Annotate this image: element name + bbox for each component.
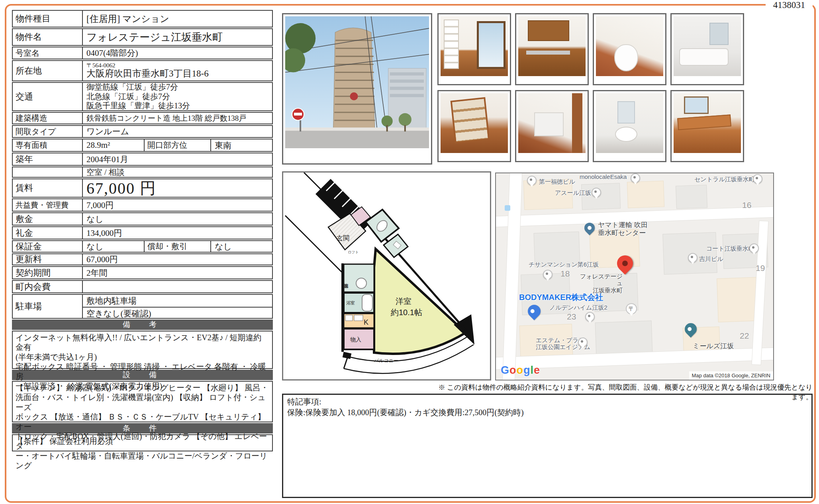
- map-pin: [543, 270, 553, 279]
- bathroom-mirror: [709, 23, 729, 45]
- google-letter: G: [501, 364, 509, 376]
- google-logo: Google: [501, 364, 540, 377]
- status-label: [13, 167, 83, 177]
- access-value: 御堂筋線「江坂」徒歩7分 北急線「江坂」徒歩7分 阪急千里線「豊津」徒歩13分: [83, 83, 272, 110]
- map-pin-post-office: 〒: [626, 303, 637, 314]
- loft-room-photo: [441, 16, 508, 76]
- guarantee-value: なし: [83, 241, 145, 252]
- map-pin: [631, 173, 640, 183]
- desk-room-photo: [674, 93, 741, 153]
- contract-term-value: 2年間: [83, 267, 272, 278]
- row-guarantee: 保証金 なし 償却・敷引 なし: [12, 240, 273, 253]
- thumbnail-photo-shoe-cabinet: [437, 90, 511, 162]
- map-poi-label: セントラル江坂垂水町: [694, 176, 755, 182]
- bathroom-photo: [674, 16, 741, 76]
- row-layout-type: 間取タイプ ワンルーム: [12, 125, 273, 138]
- facing-value: 東南: [211, 139, 272, 151]
- map-pin: [753, 174, 762, 184]
- kitchen-photo: [518, 16, 586, 76]
- rent-value: 67,000 円: [83, 179, 272, 197]
- building-photo-art: [285, 16, 429, 148]
- key-money-value: 134,000円: [83, 227, 272, 239]
- map-poi-label: チサンマンション第6江坂: [529, 261, 599, 268]
- kitchen-counter: [526, 51, 570, 55]
- access-label: 交通: [13, 83, 83, 110]
- layout-type-label: 間取タイプ: [13, 126, 83, 137]
- guarantee-label: 保証金: [13, 241, 83, 252]
- neighborhood-fee-label: 町内会費: [13, 281, 83, 292]
- room-number-label: 号室名: [13, 47, 83, 59]
- map-block-number: 22: [740, 331, 749, 341]
- row-room-number: 号室名 0407(4階部分): [12, 47, 273, 59]
- floor-plan: 玄関 ロフト 洗面室 浴室 K 物入 洋室 約10.1帖 バルコニー: [282, 171, 491, 380]
- built-year-value: 2004年01月: [83, 153, 272, 165]
- toilet-photo: [596, 16, 663, 76]
- contract-term-label: 契約期間: [13, 267, 83, 278]
- map-water-marker: [505, 205, 510, 211]
- property-type-value: [住居用] マンション: [83, 11, 272, 27]
- bathtub: [679, 48, 729, 66]
- remarks-text: インターネット無料化導入!! / 広いエントランス・EV2基♪ / 短期違約金有…: [12, 331, 273, 369]
- floorplan-balcony-label: バルコニー: [374, 358, 398, 363]
- shoe-cabinet-photo: [441, 93, 508, 153]
- property-name-value: フォレステージュ江坂垂水町: [83, 29, 272, 45]
- google-letter: o: [517, 364, 524, 376]
- map-poi-label: ヤマト運輸 吹田 垂水町センター: [598, 221, 648, 237]
- map-poi-label: ノルデンハイム江坂2: [549, 304, 607, 311]
- parking-label: 駐車場: [13, 295, 83, 318]
- special-notes-box: 特記事項: 保険:保険要加入 18,000円(要確認)・カギ交換費用:27,50…: [282, 394, 813, 498]
- row-contract-term: 契約期間 2年間: [12, 266, 273, 279]
- address-value: 大阪府吹田市垂水町3丁目18-6: [86, 69, 209, 79]
- location-map: 第一福徳ビル monolocaleEsaka アスール江坂 セントラル江坂垂水町…: [495, 173, 774, 380]
- property-name-label: 物件名: [13, 29, 83, 45]
- map-building: [581, 183, 621, 210]
- address-label: 所在地: [13, 61, 83, 80]
- amortization-label: 償却・敷引: [145, 241, 211, 252]
- property-type-label: 物件種目: [13, 11, 83, 27]
- row-built-year: 築年 2004年01月: [12, 153, 273, 166]
- map-block-number: 16: [742, 200, 751, 210]
- thumbnail-photo-desk-room: [670, 90, 744, 162]
- structure-value: 鉄骨鉄筋コンクリート造 地上13階 総戸数138戸: [83, 113, 272, 124]
- area-value: 28.9m²: [83, 139, 145, 151]
- floorplan-room-label: 洋室: [396, 297, 411, 306]
- map-pin: [585, 312, 595, 322]
- map-block-number: 19: [756, 263, 765, 273]
- building-exterior-photo: [285, 16, 429, 148]
- parking-value-2: 空きなし(要確認): [83, 308, 272, 320]
- thumbnail-photo-loft-room: [437, 13, 511, 85]
- map-poi-label: 吉川ビル: [699, 255, 723, 262]
- rent-label: 賃料: [13, 179, 83, 197]
- amortization-value: なし: [211, 241, 272, 252]
- map-pin: [688, 253, 698, 263]
- row-property-name: 物件名 フォレステージュ江坂垂水町: [12, 28, 273, 46]
- row-common-fee: 共益費・管理費 7,000円: [12, 198, 273, 212]
- map-pin: [578, 337, 588, 347]
- row-rent: 賃料 67,000 円: [12, 178, 273, 198]
- google-letter: g: [523, 364, 531, 376]
- status-value: 空室 / 相談: [83, 167, 272, 177]
- structure-label: 建築構造: [13, 113, 83, 124]
- google-letter: o: [509, 364, 517, 376]
- row-access: 交通 御堂筋線「江坂」徒歩7分 北急線「江坂」徒歩7分 阪急千里線「豊津」徒歩1…: [12, 82, 273, 111]
- row-status: 空室 / 相談: [12, 167, 273, 178]
- map-pin: [592, 188, 601, 197]
- round-sink: [615, 127, 637, 142]
- toilet-bowl: [614, 44, 638, 71]
- facing-label: 開口部方位: [145, 139, 211, 151]
- floor-plan-drawing: 玄関 ロフト 洗面室 浴室 K 物入 洋室 約10.1帖 バルコニー: [283, 173, 490, 379]
- floorplan-kitchen-label: K: [364, 318, 368, 326]
- laundry-pan: [534, 112, 564, 136]
- map-poi-label: アスール江坂: [555, 189, 591, 196]
- map-block-number: 18: [560, 269, 570, 278]
- map-poi-label: ミールズ江坂: [693, 342, 734, 350]
- neighborhood-fee-value: [83, 281, 272, 292]
- floorplan-genkan-label: 玄関: [337, 235, 349, 241]
- floorplan-loft-label: ロフト: [348, 250, 359, 254]
- map-building: [676, 185, 707, 209]
- map-poi-label: コート江坂垂水町: [706, 245, 754, 252]
- laundry-space-photo: [518, 93, 586, 153]
- layout-type-value: ワンルーム: [83, 126, 272, 137]
- thumbnail-photo-laundry-space: [515, 90, 589, 162]
- row-property-type: 物件種目 [住居用] マンション: [12, 10, 273, 27]
